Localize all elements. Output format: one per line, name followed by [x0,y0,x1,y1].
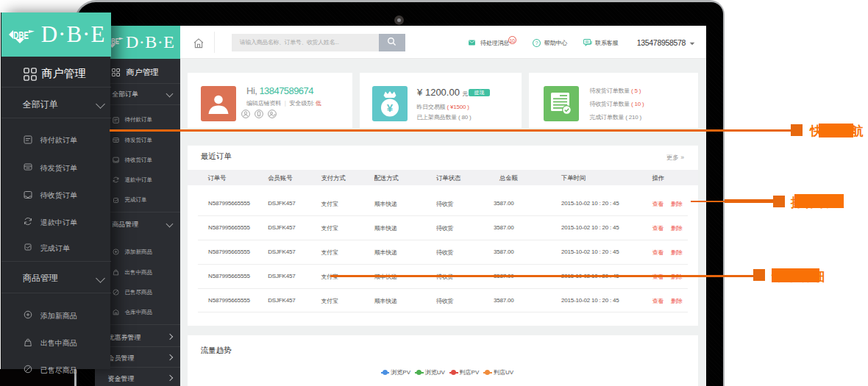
svg-text:?: ? [535,40,538,46]
svg-text:¥: ¥ [387,101,394,114]
svg-text:DBE: DBE [13,29,29,41]
